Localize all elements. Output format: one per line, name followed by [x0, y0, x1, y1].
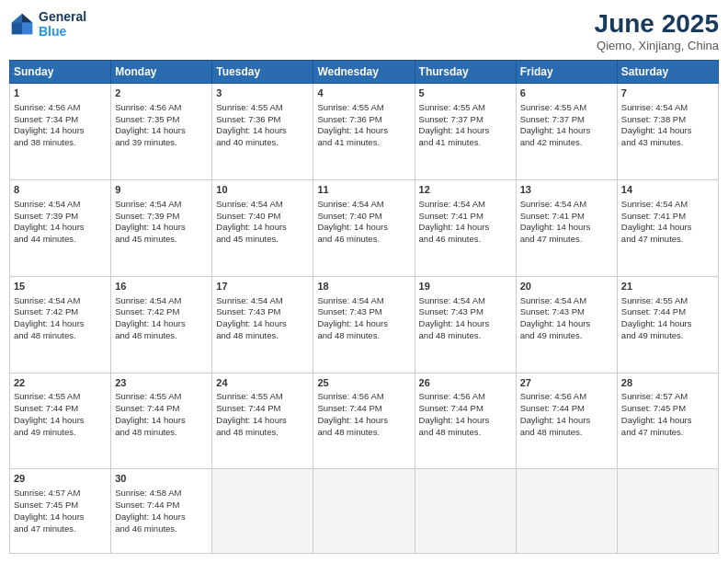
day-info: Sunrise: 4:57 AMSunset: 7:45 PMDaylight:… [621, 391, 692, 436]
day-number: 22 [14, 376, 107, 390]
col-sunday: Sunday [10, 61, 111, 84]
table-row: 19Sunrise: 4:54 AMSunset: 7:43 PMDayligh… [415, 276, 516, 373]
table-row [313, 469, 415, 554]
day-number: 23 [115, 376, 208, 390]
table-row: 28Sunrise: 4:57 AMSunset: 7:45 PMDayligh… [617, 373, 718, 469]
table-row: 3Sunrise: 4:55 AMSunset: 7:36 PMDaylight… [212, 84, 313, 180]
day-info: Sunrise: 4:54 AMSunset: 7:43 PMDaylight:… [520, 295, 591, 340]
day-info: Sunrise: 4:55 AMSunset: 7:44 PMDaylight:… [14, 391, 85, 436]
day-info: Sunrise: 4:54 AMSunset: 7:39 PMDaylight:… [14, 199, 85, 244]
day-number: 25 [317, 376, 410, 390]
day-info: Sunrise: 4:54 AMSunset: 7:39 PMDaylight:… [115, 199, 186, 244]
day-number: 15 [14, 280, 107, 293]
table-row: 18Sunrise: 4:54 AMSunset: 7:43 PMDayligh… [313, 276, 415, 373]
day-info: Sunrise: 4:56 AMSunset: 7:34 PMDaylight:… [14, 102, 85, 147]
table-row: 12Sunrise: 4:54 AMSunset: 7:41 PMDayligh… [415, 179, 516, 276]
day-info: Sunrise: 4:54 AMSunset: 7:40 PMDaylight:… [216, 199, 287, 244]
table-row: 16Sunrise: 4:54 AMSunset: 7:42 PMDayligh… [111, 276, 212, 373]
table-row: 23Sunrise: 4:55 AMSunset: 7:44 PMDayligh… [111, 373, 212, 469]
table-row: 2Sunrise: 4:56 AMSunset: 7:35 PMDaylight… [111, 84, 212, 180]
day-info: Sunrise: 4:54 AMSunset: 7:41 PMDaylight:… [419, 199, 490, 244]
col-friday: Friday [516, 61, 617, 84]
table-row: 26Sunrise: 4:56 AMSunset: 7:44 PMDayligh… [415, 373, 516, 469]
title-block: June 2025 Qiemo, Xinjiang, China [595, 9, 719, 52]
table-row: 27Sunrise: 4:56 AMSunset: 7:44 PMDayligh… [516, 373, 617, 469]
table-row: 17Sunrise: 4:54 AMSunset: 7:43 PMDayligh… [212, 276, 313, 373]
day-info: Sunrise: 4:55 AMSunset: 7:37 PMDaylight:… [419, 102, 490, 147]
day-number: 19 [419, 280, 512, 293]
table-row: 6Sunrise: 4:55 AMSunset: 7:37 PMDaylight… [516, 84, 617, 180]
day-number: 20 [520, 280, 613, 293]
day-number: 27 [520, 376, 613, 390]
page-header: General Blue June 2025 Qiemo, Xinjiang, … [9, 9, 719, 52]
day-number: 21 [621, 280, 714, 293]
day-number: 9 [115, 183, 208, 197]
table-row: 25Sunrise: 4:56 AMSunset: 7:44 PMDayligh… [313, 373, 415, 469]
day-number: 30 [115, 472, 208, 486]
day-info: Sunrise: 4:54 AMSunset: 7:42 PMDaylight:… [115, 295, 186, 340]
calendar-header-row: Sunday Monday Tuesday Wednesday Thursday… [10, 61, 719, 84]
day-number: 5 [419, 86, 512, 100]
table-row [617, 469, 718, 554]
day-info: Sunrise: 4:54 AMSunset: 7:42 PMDaylight:… [14, 295, 85, 340]
day-number: 1 [14, 86, 107, 100]
day-number: 17 [216, 280, 309, 293]
table-row: 10Sunrise: 4:54 AMSunset: 7:40 PMDayligh… [212, 179, 313, 276]
day-number: 28 [621, 376, 714, 390]
calendar-table: Sunday Monday Tuesday Wednesday Thursday… [9, 60, 719, 554]
col-wednesday: Wednesday [313, 61, 415, 84]
table-row: 14Sunrise: 4:54 AMSunset: 7:41 PMDayligh… [617, 179, 718, 276]
table-row: 1Sunrise: 4:56 AMSunset: 7:34 PMDaylight… [10, 84, 111, 180]
logo-icon [9, 11, 35, 37]
logo: General Blue [9, 9, 86, 39]
col-monday: Monday [111, 61, 212, 84]
table-row [516, 469, 617, 554]
col-thursday: Thursday [415, 61, 516, 84]
svg-marker-3 [12, 23, 22, 35]
table-row: 8Sunrise: 4:54 AMSunset: 7:39 PMDaylight… [10, 179, 111, 276]
logo-text-top: General [39, 9, 86, 24]
day-number: 7 [621, 86, 714, 100]
location: Qiemo, Xinjiang, China [595, 39, 719, 52]
day-number: 26 [419, 376, 512, 390]
day-info: Sunrise: 4:54 AMSunset: 7:41 PMDaylight:… [520, 199, 591, 244]
day-number: 24 [216, 376, 309, 390]
table-row: 30Sunrise: 4:58 AMSunset: 7:44 PMDayligh… [111, 469, 212, 554]
table-row: 11Sunrise: 4:54 AMSunset: 7:40 PMDayligh… [313, 179, 415, 276]
table-row [212, 469, 313, 554]
table-row: 9Sunrise: 4:54 AMSunset: 7:39 PMDaylight… [111, 179, 212, 276]
logo-text-bottom: Blue [39, 24, 86, 39]
day-info: Sunrise: 4:55 AMSunset: 7:44 PMDaylight:… [621, 295, 692, 340]
day-number: 14 [621, 183, 714, 197]
day-info: Sunrise: 4:54 AMSunset: 7:40 PMDaylight:… [317, 199, 388, 244]
day-number: 12 [419, 183, 512, 197]
day-info: Sunrise: 4:56 AMSunset: 7:35 PMDaylight:… [115, 102, 186, 147]
day-info: Sunrise: 4:54 AMSunset: 7:41 PMDaylight:… [621, 199, 692, 244]
day-info: Sunrise: 4:54 AMSunset: 7:43 PMDaylight:… [419, 295, 490, 340]
day-number: 16 [115, 280, 208, 293]
table-row: 29Sunrise: 4:57 AMSunset: 7:45 PMDayligh… [10, 469, 111, 554]
table-row: 24Sunrise: 4:55 AMSunset: 7:44 PMDayligh… [212, 373, 313, 469]
day-info: Sunrise: 4:55 AMSunset: 7:37 PMDaylight:… [520, 102, 591, 147]
day-info: Sunrise: 4:56 AMSunset: 7:44 PMDaylight:… [419, 391, 490, 436]
day-info: Sunrise: 4:54 AMSunset: 7:38 PMDaylight:… [621, 102, 692, 147]
table-row: 4Sunrise: 4:55 AMSunset: 7:36 PMDaylight… [313, 84, 415, 180]
col-tuesday: Tuesday [212, 61, 313, 84]
day-number: 8 [14, 183, 107, 197]
table-row: 13Sunrise: 4:54 AMSunset: 7:41 PMDayligh… [516, 179, 617, 276]
day-number: 13 [520, 183, 613, 197]
col-saturday: Saturday [617, 61, 718, 84]
month-title: June 2025 [595, 9, 719, 39]
day-info: Sunrise: 4:54 AMSunset: 7:43 PMDaylight:… [317, 295, 388, 340]
table-row: 7Sunrise: 4:54 AMSunset: 7:38 PMDaylight… [617, 84, 718, 180]
day-info: Sunrise: 4:56 AMSunset: 7:44 PMDaylight:… [520, 391, 591, 436]
day-info: Sunrise: 4:56 AMSunset: 7:44 PMDaylight:… [317, 391, 388, 436]
day-number: 29 [14, 472, 107, 486]
table-row: 5Sunrise: 4:55 AMSunset: 7:37 PMDaylight… [415, 84, 516, 180]
table-row [415, 469, 516, 554]
day-info: Sunrise: 4:58 AMSunset: 7:44 PMDaylight:… [115, 488, 186, 533]
day-number: 10 [216, 183, 309, 197]
svg-marker-2 [22, 23, 32, 35]
table-row: 20Sunrise: 4:54 AMSunset: 7:43 PMDayligh… [516, 276, 617, 373]
day-info: Sunrise: 4:57 AMSunset: 7:45 PMDaylight:… [14, 488, 85, 533]
